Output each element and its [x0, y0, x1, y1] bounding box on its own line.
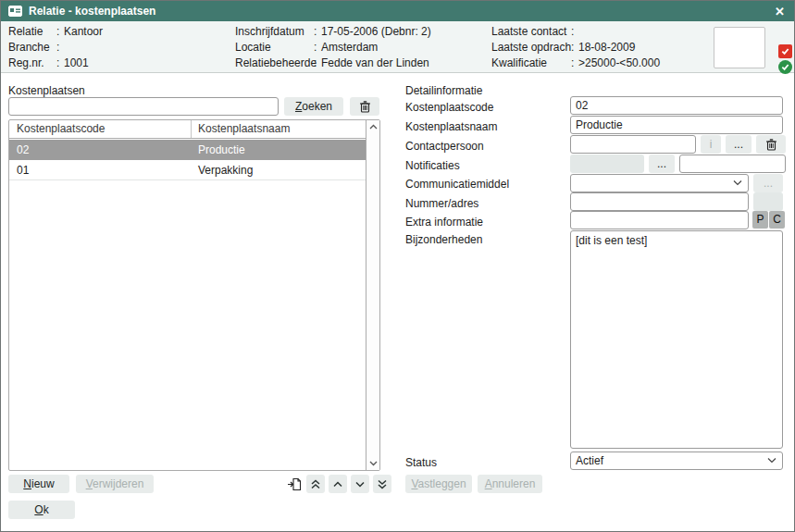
nieuw-button[interactable]: Nieuw — [8, 475, 69, 493]
extra-informatie-input[interactable] — [570, 211, 749, 229]
scroll-up-icon[interactable] — [369, 124, 378, 130]
move-up-button[interactable] — [329, 475, 347, 493]
notificaties-disabled-input — [570, 155, 644, 173]
header-field: Relatiebeheerde : Fedde van der Linden — [235, 56, 485, 71]
notificaties-input[interactable] — [679, 155, 786, 173]
header-field: Inschrijfdatum : 17-05-2006 (Debnr: 2) — [235, 24, 485, 40]
field-value: 17-05-2006 (Debnr: 2) — [321, 24, 431, 40]
chevron-down-icon — [733, 179, 742, 186]
header-field: Branche : — [8, 40, 230, 56]
field-value: Fedde van der Linden — [321, 56, 429, 71]
field-label: Inschrijfdatum — [235, 24, 304, 40]
cell-name: Verpakking — [198, 160, 253, 180]
label-contactpersoon: Contactpersoon — [405, 139, 484, 154]
vastleggen-button[interactable]: Vastleggen — [405, 475, 472, 493]
field-label: Reg.nr. — [8, 56, 44, 71]
field-label: Relatiebeheerde — [235, 56, 317, 71]
cell-name: Productie — [198, 140, 245, 160]
header-field: Laatste opdrach : 18-08-2009 — [491, 40, 704, 56]
chevron-up-icon — [333, 481, 342, 488]
double-chevron-up-icon — [311, 479, 320, 489]
table-row[interactable]: 02 Productie — [9, 140, 366, 160]
scroll-down-icon[interactable] — [369, 460, 378, 466]
zoeken-button[interactable]: Zoeken — [284, 97, 343, 116]
field-value: >25000-<50.000 — [578, 56, 660, 71]
notificaties-browse-button[interactable]: ... — [649, 155, 675, 173]
field-value: Kantoor — [64, 24, 103, 40]
field-value: 18-08-2009 — [578, 40, 635, 56]
field-value: Amsterdam — [321, 40, 378, 56]
header-field: Reg.nr. : 1001 — [8, 56, 230, 71]
table-scrollbar[interactable] — [366, 120, 379, 470]
extra-p-button[interactable]: P — [752, 211, 768, 229]
title-bar: Relatie - kostenplaatsen ✕ — [1, 1, 794, 21]
verwijderen-button[interactable]: Verwijderen — [76, 475, 154, 493]
label-kostenplaatsnaam: Kostenplaatsnaam — [405, 119, 497, 134]
trash-icon — [766, 139, 776, 151]
label-nummer-adres: Nummer/adres — [405, 196, 478, 211]
field-label: Relatie — [8, 24, 43, 40]
select-value: Actief — [576, 454, 603, 467]
relation-header: Relatie : Kantoor Branche : Reg.nr. : 10… — [1, 21, 794, 73]
label-status: Status — [405, 455, 437, 470]
double-chevron-down-icon — [378, 479, 387, 489]
extra-c-button[interactable]: C — [769, 211, 785, 229]
field-label: Laatste opdrach — [491, 40, 571, 56]
kostenplaatscode-input[interactable] — [570, 96, 783, 115]
communicatie-browse-button[interactable]: ... — [753, 174, 783, 192]
red-check-icon — [778, 44, 792, 58]
section-title-kostenplaatsen: Kostenplaatsen — [8, 83, 85, 98]
trash-icon — [360, 101, 370, 113]
nummer-adres-blank-button — [753, 192, 783, 211]
move-down-button[interactable] — [351, 475, 369, 493]
communicatiemiddel-select[interactable] — [570, 174, 749, 192]
window-title: Relatie - kostenplaatsen — [29, 5, 155, 18]
kostenplaatsnaam-input[interactable] — [570, 116, 783, 134]
search-input[interactable] — [8, 97, 279, 116]
col-header-naam[interactable]: Kostenplaatsnaam — [198, 122, 290, 135]
contact-card-icon — [8, 6, 22, 17]
search-trash-button[interactable] — [350, 97, 379, 116]
cell-code: 02 — [17, 140, 29, 160]
label-extra-informatie: Extra informatie — [405, 215, 483, 229]
chevron-down-icon — [355, 481, 365, 488]
status-select[interactable]: Actief — [570, 452, 783, 470]
goto-record-icon[interactable] — [286, 475, 303, 493]
label-notificaties: Notificaties — [405, 158, 460, 173]
label-communicatiemiddel: Communicatiemiddel — [405, 177, 509, 192]
photo-placeholder — [714, 27, 765, 68]
contact-browse-button[interactable]: ... — [726, 135, 752, 154]
field-label: Branche — [8, 40, 50, 56]
col-header-code[interactable]: Kostenplaatscode — [17, 122, 105, 135]
column-divider — [191, 120, 192, 138]
ok-button[interactable]: Ok — [8, 501, 75, 519]
label-kostenplaatscode: Kostenplaatscode — [405, 100, 493, 115]
move-first-button[interactable] — [306, 475, 325, 493]
table-row[interactable]: 01 Verpakking — [9, 160, 366, 180]
table-header: Kostenplaatscode Kostenplaatsnaam — [9, 120, 366, 139]
field-value: 1001 — [64, 56, 89, 71]
contact-trash-button[interactable] — [756, 135, 786, 154]
chevron-down-icon — [767, 457, 776, 464]
move-last-button[interactable] — [373, 475, 391, 493]
header-field: Relatie : Kantoor — [8, 24, 230, 40]
dialog-relatie-kostenplaatsen: Relatie - kostenplaatsen ✕ Relatie : Kan… — [0, 0, 795, 532]
annuleren-button[interactable]: Annuleren — [478, 475, 542, 493]
header-field: Laatste contact : — [491, 24, 704, 40]
label-bijzonderheden: Bijzonderheden — [405, 232, 482, 247]
bijzonderheden-textarea[interactable]: [dit is een test] — [570, 230, 783, 449]
green-check-icon — [778, 60, 792, 74]
cell-code: 01 — [17, 160, 29, 180]
field-label: Kwalificatie — [491, 56, 547, 71]
header-field: Kwalificatie : >25000-<50.000 — [491, 56, 704, 71]
header-field: Locatie : Amsterdam — [235, 40, 485, 56]
nummer-adres-input[interactable] — [570, 192, 749, 211]
contactpersoon-input[interactable] — [570, 135, 696, 154]
field-label: Locatie — [235, 40, 271, 56]
close-icon[interactable]: ✕ — [775, 1, 785, 21]
section-title-detailinformatie: Detailinformatie — [405, 83, 482, 98]
contact-info-button[interactable]: i — [701, 135, 721, 154]
kostenplaatsen-table: Kostenplaatscode Kostenplaatsnaam 02 Pro… — [8, 119, 380, 471]
field-label: Laatste contact — [491, 24, 566, 40]
